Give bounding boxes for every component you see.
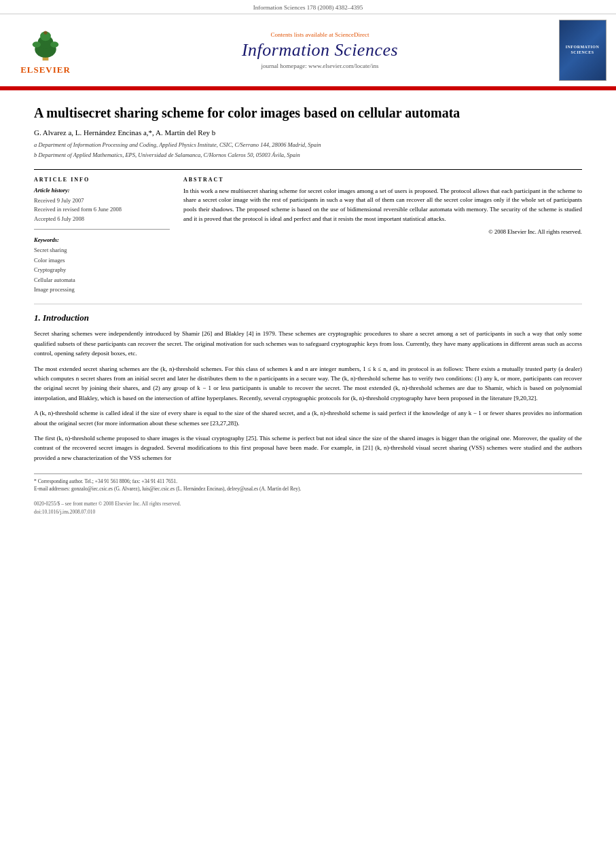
homepage-url: www.elsevier.com/locate/ins	[308, 62, 378, 69]
article-history-dates: Received 9 July 2007 Received in revised…	[34, 196, 170, 224]
accepted-date: Accepted 6 July 2008	[34, 215, 170, 224]
affiliation-a: a Department of Information Processing a…	[34, 141, 582, 149]
authors-text: G. Alvarez a, L. Hernández Encinas a,*, …	[34, 128, 215, 137]
keyword-2: Color images	[34, 255, 170, 265]
keyword-1: Secret sharing	[34, 245, 170, 255]
issn-line: 0020-0255/$ – see front matter © 2008 El…	[34, 500, 582, 508]
svg-point-6	[43, 31, 47, 34]
corresponding-author-note: * Corresponding author. Tel.; +34 91 561…	[34, 478, 582, 485]
keywords-label: Keywords:	[34, 236, 170, 243]
article-history-label: Article history:	[34, 187, 170, 194]
journal-center-info: Contents lists available at ScienceDirec…	[90, 20, 550, 81]
info-abstract-section: ARTICLE INFO Article history: Received 9…	[34, 169, 582, 295]
keywords-list: Secret sharing Color images Cryptography…	[34, 245, 170, 294]
copyright-notice: © 2008 Elsevier Inc. All rights reserved…	[183, 228, 582, 235]
journal-cover-image: INFORMATION SCIENCES	[557, 20, 608, 81]
svg-point-5	[50, 41, 58, 48]
citation-text: Information Sciences 178 (2008) 4382–439…	[253, 4, 363, 11]
elsevier-logo: ELSEVIER	[8, 20, 83, 81]
keyword-3: Cryptography	[34, 265, 170, 274]
abstract-heading: ABSTRACT	[183, 177, 582, 183]
intro-paragraph-2: The most extended secret sharing schemes…	[34, 364, 582, 404]
info-divider	[34, 229, 170, 230]
authors: G. Alvarez a, L. Hernández Encinas a,*, …	[34, 128, 582, 137]
cover-box: INFORMATION SCIENCES	[559, 20, 606, 81]
intro-paragraph-1: Secret sharing schemes were independentl…	[34, 329, 582, 358]
keyword-5: Image processing	[34, 285, 170, 294]
svg-point-4	[33, 41, 41, 48]
affiliation-b: b Department of Applied Mathematics, EPS…	[34, 151, 582, 160]
section-title: Introduction	[43, 312, 89, 323]
email-label: E-mail addresses:	[34, 486, 70, 492]
journal-homepage: journal homepage: www.elsevier.com/locat…	[261, 62, 379, 69]
section-divider	[34, 304, 582, 304]
journal-title: Information Sciences	[242, 40, 398, 60]
received-date: Received 9 July 2007	[34, 196, 170, 206]
doi-line: doi:10.1016/j.ins.2008.07.010	[34, 508, 582, 516]
intro-paragraph-3: A (k, n)-threshold scheme is called idea…	[34, 408, 582, 428]
article-info-heading: ARTICLE INFO	[34, 177, 170, 183]
footnote-section: * Corresponding author. Tel.; +34 91 561…	[34, 473, 582, 493]
abstract-text: In this work a new multisecret sharing s…	[183, 187, 582, 225]
keyword-4: Cellular automata	[34, 275, 170, 285]
journal-header: ELSEVIER Contents lists available at Sci…	[0, 14, 616, 88]
introduction-heading: 1. Introduction	[34, 312, 582, 323]
affiliations: a Department of Information Processing a…	[34, 141, 582, 160]
revised-date: Received in revised form 6 June 2008	[34, 205, 170, 215]
elsevier-tree-icon	[22, 26, 69, 63]
article-info-column: ARTICLE INFO Article history: Received 9…	[34, 177, 170, 295]
sciencedirect-link-text: ScienceDirect	[335, 31, 369, 38]
elsevier-wordmark: ELSEVIER	[20, 65, 71, 75]
footer-info: 0020-0255/$ – see front matter © 2008 El…	[34, 500, 582, 516]
homepage-prefix: journal homepage:	[261, 62, 308, 69]
abstract-column: ABSTRACT In this work a new multisecret …	[183, 177, 582, 295]
paper-content: A multisecret sharing scheme for color i…	[0, 90, 616, 530]
cover-title: INFORMATION SCIENCES	[566, 45, 600, 56]
email-addresses: gonzalo@iec.csic.es (G. Alvarez), luis@i…	[71, 486, 302, 492]
journal-citation: Information Sciences 178 (2008) 4382–439…	[0, 0, 616, 14]
contents-prefix: Contents lists available at	[271, 31, 335, 38]
intro-paragraph-4: The first (k, n)-threshold scheme propos…	[34, 433, 582, 463]
paper-title: A multisecret sharing scheme for color i…	[34, 104, 582, 122]
email-line: E-mail addresses: gonzalo@iec.csic.es (G…	[34, 485, 582, 493]
sciencedirect-info: Contents lists available at ScienceDirec…	[271, 31, 369, 38]
section-number: 1.	[34, 312, 41, 323]
